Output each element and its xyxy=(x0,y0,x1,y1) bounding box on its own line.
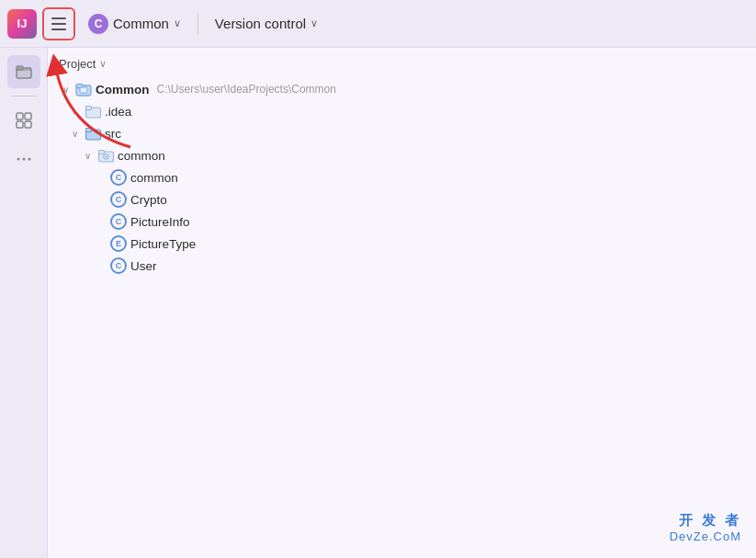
panel-header: Project ∨ xyxy=(48,48,756,78)
idea-chevron-icon: › xyxy=(68,107,81,117)
picturetype-enum-icon: E xyxy=(110,235,127,252)
panel-title: Project xyxy=(59,57,96,71)
root-label: Common xyxy=(96,83,150,97)
src-label: src xyxy=(105,127,121,141)
src-chevron-icon: ∨ xyxy=(68,129,81,139)
common-class-icon: C xyxy=(110,169,127,186)
tree-item-picturetype-enum[interactable]: › E PictureType xyxy=(55,233,749,255)
svg-rect-19 xyxy=(98,150,104,154)
tree-item-common-class[interactable]: › C common xyxy=(55,166,749,188)
picturetype-enum-label: PictureType xyxy=(130,237,196,251)
project-chevron-icon: ∨ xyxy=(174,17,181,29)
blocks-icon xyxy=(15,111,33,130)
tree-item-crypto-class[interactable]: › C Crypto xyxy=(55,188,749,211)
root-chevron-icon: ∨ xyxy=(59,85,72,95)
common-module-chevron-icon: ∨ xyxy=(81,151,94,161)
toolbar: IJ C Common ∨ Version control ∨ xyxy=(0,0,756,48)
svg-rect-15 xyxy=(85,106,91,109)
svg-rect-4 xyxy=(17,113,23,120)
root-path: C:\Users\user\IdeaProjects\Common xyxy=(157,83,336,96)
svg-point-9 xyxy=(22,158,25,161)
version-chevron-icon: ∨ xyxy=(310,17,318,29)
sidebar-icon-folder[interactable] xyxy=(7,55,40,88)
main-area: Project ∨ ∨ Common C:\Users\user\IdeaPro… xyxy=(0,48,756,558)
tree-item-common-module[interactable]: ∨ common xyxy=(55,144,749,166)
crypto-class-label: Crypto xyxy=(130,193,167,207)
app-logo: IJ xyxy=(7,9,37,39)
svg-rect-6 xyxy=(17,121,23,128)
svg-rect-17 xyxy=(85,128,91,131)
tree-item-src[interactable]: ∨ src xyxy=(55,122,749,144)
sidebar-icon-blocks[interactable] xyxy=(7,104,40,137)
common-module-folder-icon xyxy=(97,147,114,164)
svg-point-10 xyxy=(28,158,30,161)
project-icon: C xyxy=(88,14,108,34)
more-icon xyxy=(15,150,33,168)
tree-item-user-class[interactable]: › C User xyxy=(55,255,749,277)
svg-rect-13 xyxy=(80,87,87,93)
tree-container: ∨ Common C:\Users\user\IdeaProjects\Comm… xyxy=(48,78,756,277)
pictureinfo-class-label: PictureInfo xyxy=(130,215,190,229)
hamburger-button[interactable] xyxy=(42,7,75,40)
tree-item-idea[interactable]: › .idea xyxy=(55,100,749,122)
root-folder-icon xyxy=(75,81,92,97)
pictureinfo-class-icon: C xyxy=(110,213,127,230)
common-module-label: common xyxy=(118,149,165,163)
tree-item-root[interactable]: ∨ Common C:\Users\user\IdeaProjects\Comm… xyxy=(55,78,749,100)
svg-point-8 xyxy=(17,158,19,161)
hamburger-icon xyxy=(51,17,66,30)
idea-folder-icon xyxy=(85,103,101,120)
svg-rect-7 xyxy=(25,121,31,128)
common-class-label: common xyxy=(130,171,178,185)
sidebar-divider xyxy=(11,96,37,97)
crypto-class-icon: C xyxy=(110,191,127,208)
project-icon-letter: C xyxy=(95,17,103,30)
tree-item-pictureinfo-class[interactable]: › C PictureInfo xyxy=(55,211,749,233)
sidebar-icon-more[interactable] xyxy=(7,142,40,176)
idea-label: .idea xyxy=(105,105,131,119)
project-selector-button[interactable]: C Common ∨ xyxy=(81,10,188,38)
sidebar-icons xyxy=(0,48,48,558)
svg-rect-5 xyxy=(25,113,31,120)
project-name: Common xyxy=(113,16,169,31)
user-class-label: User xyxy=(130,259,157,273)
user-class-icon: C xyxy=(110,257,127,274)
panel-chevron-icon: ∨ xyxy=(99,58,107,70)
folder-icon xyxy=(15,63,33,81)
version-control-button[interactable]: Version control ∨ xyxy=(208,12,325,35)
logo-text: IJ xyxy=(17,17,28,30)
file-tree-panel: Project ∨ ∨ Common C:\Users\user\IdeaPro… xyxy=(48,48,756,558)
svg-point-21 xyxy=(105,155,107,157)
src-folder-icon xyxy=(85,125,101,142)
version-control-label: Version control xyxy=(215,16,306,31)
toolbar-separator xyxy=(197,13,198,35)
